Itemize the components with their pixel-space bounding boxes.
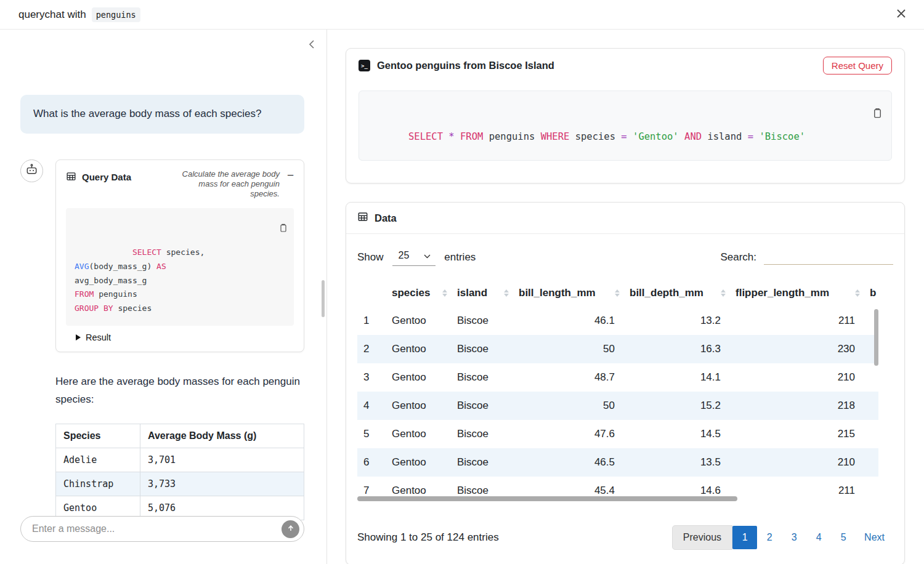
pagination-next[interactable]: Next — [856, 526, 893, 549]
cell: Biscoe — [451, 392, 513, 420]
table-controls: Show 25 entries Search: — [346, 234, 904, 266]
column-label: species — [392, 287, 430, 299]
vertical-scrollbar[interactable] — [874, 309, 878, 366]
cell — [864, 363, 878, 392]
cell: 3 — [357, 363, 386, 392]
cell: 47.6 — [513, 420, 623, 448]
minimize-tool-button[interactable]: − — [285, 168, 296, 182]
table-search-input[interactable] — [764, 251, 893, 265]
chevron-left-icon — [308, 39, 315, 51]
cell: 1 — [357, 307, 386, 335]
show-label: Show — [357, 251, 384, 264]
data-table-row: 6GentooBiscoe46.513.5210 — [357, 448, 878, 477]
column-header-bill-length[interactable]: bill_length_mm — [513, 280, 623, 307]
cell: 215 — [729, 420, 864, 448]
chat-scrollbar[interactable] — [322, 280, 325, 317]
cell: 3,701 — [140, 448, 304, 472]
clipboard-icon — [813, 98, 883, 130]
tool-description: Calculate the average body mass for each… — [169, 168, 280, 199]
data-table-row: 4GentooBiscoe5015.2218 — [357, 392, 878, 420]
cell: Gentoo — [386, 363, 451, 392]
cell: 4 — [357, 392, 386, 420]
app-title-text: querychat with — [18, 9, 86, 21]
cell: Gentoo — [386, 307, 451, 335]
close-icon — [896, 8, 907, 21]
cell: 3,733 — [140, 472, 304, 496]
sort-icon[interactable] — [855, 289, 860, 297]
query-card-header: >_ Gentoo penguins from Biscoe Island Re… — [359, 57, 892, 75]
chat-message-input[interactable] — [32, 523, 282, 534]
column-header-flipper-length[interactable]: flipper_length_mm — [729, 280, 864, 307]
reset-query-button[interactable]: Reset Query — [823, 57, 892, 75]
robot-icon — [25, 163, 39, 179]
cell: Chinstrap — [56, 472, 140, 496]
entries-label: entries — [444, 251, 476, 264]
pagination-page-1[interactable]: 1 — [732, 526, 757, 549]
column-header-body-mass[interactable]: b — [864, 280, 878, 307]
cell: Gentoo — [386, 392, 451, 420]
column-header-bill-depth[interactable]: bill_depth_mm — [623, 280, 729, 307]
copy-sql-button[interactable] — [813, 98, 883, 130]
close-button[interactable] — [893, 6, 909, 23]
assistant-message: Query Data Calculate the average body ma… — [20, 159, 304, 520]
sort-icon[interactable] — [442, 289, 447, 297]
query-card: >_ Gentoo penguins from Biscoe Island Re… — [346, 48, 905, 183]
tool-card-title: Query Data — [66, 168, 131, 183]
species-mass-table: Species Average Body Mass (g) Adelie 3,7… — [55, 424, 304, 520]
search-container: Search: — [720, 251, 893, 265]
dataset-chip: penguins — [92, 7, 140, 22]
cell: 48.7 — [513, 363, 623, 392]
pagination-page-4[interactable]: 4 — [806, 526, 831, 549]
column-label: island — [457, 287, 487, 299]
terminal-icon: >_ — [359, 60, 370, 71]
sort-icon[interactable] — [615, 289, 620, 297]
copy-sql-button[interactable] — [190, 214, 288, 244]
pagination-page-2[interactable]: 2 — [757, 526, 782, 549]
query-title: Gentoo penguins from Biscoe Island — [377, 60, 554, 71]
tool-card-body: SELECT species, AVG(body_mass_g) AS avg_… — [56, 202, 304, 352]
assistant-content: Query Data Calculate the average body ma… — [55, 159, 304, 520]
chevron-down-icon — [424, 250, 431, 261]
pagination-page-3[interactable]: 3 — [782, 526, 806, 549]
mini-column-species: Species — [56, 424, 140, 448]
mini-table-row: Chinstrap 3,733 — [56, 472, 304, 496]
column-label: bill_depth_mm — [630, 287, 703, 299]
data-table-row: 2GentooBiscoe5016.3230 — [357, 335, 878, 363]
column-header-island[interactable]: island — [451, 280, 513, 307]
cell: 46.1 — [513, 307, 623, 335]
cell: Biscoe — [451, 420, 513, 448]
pagination-previous[interactable]: Previous — [672, 525, 732, 550]
current-sql-code: SELECT * FROM penguins WHERE species = '… — [359, 91, 892, 161]
cell: 5 — [357, 420, 386, 448]
cell: 14.1 — [623, 363, 729, 392]
cell: Biscoe — [451, 363, 513, 392]
cell: 210 — [729, 363, 864, 392]
pagination: Previous 1 2 3 4 5 Next — [672, 525, 893, 550]
data-table-header-row: species island bill_length_mm — [357, 280, 878, 307]
send-button[interactable] — [282, 520, 299, 538]
cell: 16.3 — [623, 335, 729, 363]
page-length-select[interactable]: 25 — [392, 249, 436, 266]
data-table-row: 1GentooBiscoe46.113.2211 — [357, 307, 878, 335]
cell: 46.5 — [513, 448, 623, 477]
cell: 50 — [513, 335, 623, 363]
cell: 210 — [729, 448, 864, 477]
data-table-row: 3GentooBiscoe48.714.1210 — [357, 363, 878, 392]
table-grid-icon — [66, 171, 76, 183]
cell: 15.2 — [623, 392, 729, 420]
user-message: What is the average body mass of each sp… — [20, 95, 304, 134]
mini-table-header-row: Species Average Body Mass (g) — [56, 424, 304, 448]
search-label: Search: — [720, 251, 756, 264]
cell: 50 — [513, 392, 623, 420]
collapse-sidebar-button[interactable] — [308, 39, 315, 51]
data-card-title: Data — [375, 212, 397, 224]
horizontal-scrollbar[interactable] — [357, 496, 737, 501]
column-label: flipper_length_mm — [736, 287, 829, 299]
pagination-page-5[interactable]: 5 — [831, 526, 856, 549]
result-disclosure[interactable]: Result — [66, 326, 294, 352]
sort-icon[interactable] — [721, 289, 726, 297]
cell: Biscoe — [451, 448, 513, 477]
sort-icon[interactable] — [504, 289, 509, 297]
column-header-species[interactable]: species — [386, 280, 451, 307]
cell: 218 — [729, 392, 864, 420]
